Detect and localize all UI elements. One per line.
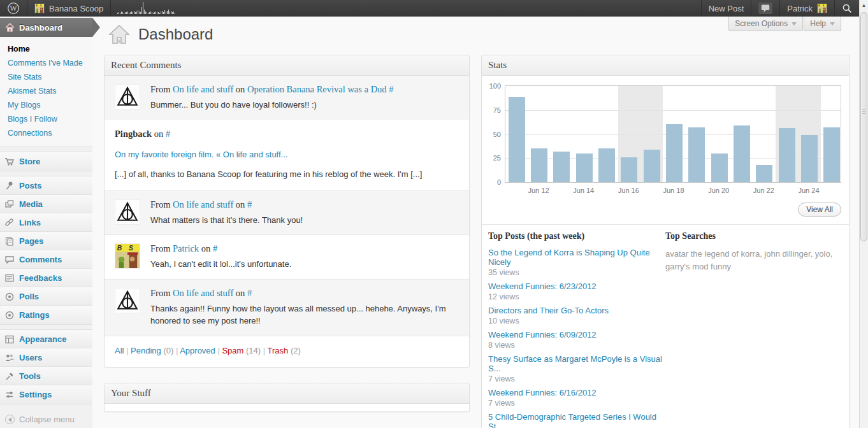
sparkline-bar xyxy=(119,12,119,14)
browser-scrollbar[interactable]: ▲ xyxy=(859,0,868,428)
collapse-menu-label: Collapse menu xyxy=(19,415,75,424)
sidebar-item-posts[interactable]: Posts xyxy=(0,176,92,195)
sidebar-item-polls[interactable]: Polls xyxy=(0,287,92,306)
help-button[interactable]: Help xyxy=(804,17,841,31)
pingback-source-link[interactable]: On my favorite foreign film. « On life a… xyxy=(115,150,459,159)
chart-bar[interactable] xyxy=(576,153,593,182)
y-axis-tick-label: 25 xyxy=(488,154,501,162)
chart-bar[interactable] xyxy=(688,127,705,182)
sidebar-subitem-blogs-i-follow[interactable]: Blogs I Follow xyxy=(8,112,92,126)
sidebar-item-feedbacks[interactable]: Feedbacks xyxy=(0,269,92,287)
comment-author-link[interactable]: On life and stuff xyxy=(173,84,233,94)
top-post-link[interactable]: Directors and Their Go-To Actors xyxy=(488,306,665,315)
sidebar-item-settings[interactable]: Settings xyxy=(0,385,92,404)
comment-post-link[interactable]: Operation Banana Revival was a Dud xyxy=(247,84,387,94)
stats-sparkline[interactable] xyxy=(111,0,182,17)
sidebar-item-appearance[interactable]: Appearance xyxy=(0,330,92,348)
chart-bar[interactable] xyxy=(509,97,525,182)
sidebar-item-comments[interactable]: Comments xyxy=(0,250,92,269)
chart-bar[interactable] xyxy=(823,127,840,182)
top-post-item: Thesy Surface as Margaret McPoyle is a V… xyxy=(488,354,665,383)
link-icon xyxy=(4,217,15,227)
chart-bar[interactable] xyxy=(598,148,615,182)
scroll-up-button[interactable]: ▲ xyxy=(860,0,868,10)
svg-text:B: B xyxy=(117,245,122,252)
sparkline-bar xyxy=(166,11,166,14)
admin-sidebar: Dashboard HomeComments I've MadeSite Sta… xyxy=(0,17,92,428)
chart-bar[interactable] xyxy=(644,150,660,182)
top-post-link[interactable]: Thesy Surface as Margaret McPoyle is a V… xyxy=(488,354,665,373)
user-account-menu[interactable]: Patrick BS xyxy=(779,0,834,17)
top-post-link[interactable]: Weekend Funnies: 6/23/2012 xyxy=(488,282,665,291)
filter-all[interactable]: All xyxy=(115,346,124,355)
sidebar-subitem-site-stats[interactable]: Site Stats xyxy=(8,70,92,84)
top-post-link[interactable]: Weekend Funnies: 6/09/2012 xyxy=(488,330,665,339)
sidebar-item-store[interactable]: Store xyxy=(0,152,92,171)
svg-text:S: S xyxy=(40,4,42,7)
chart-bar[interactable] xyxy=(779,128,795,182)
comment-author-link[interactable]: Patrick xyxy=(173,243,199,253)
my-site-menu[interactable]: BS Banana Scoop xyxy=(27,0,111,17)
sidebar-item-ratings[interactable]: Ratings xyxy=(0,306,92,324)
filter-pending[interactable]: Pending xyxy=(131,346,161,355)
scrollbar-thumb[interactable] xyxy=(860,12,867,241)
sidebar-item-label: Store xyxy=(19,157,40,166)
notifications-button[interactable] xyxy=(751,0,779,17)
sparkline-bar xyxy=(144,10,145,14)
pingback-excerpt: [...] of all, thanks to Banana Scoop for… xyxy=(115,169,459,179)
search-button[interactable] xyxy=(834,0,859,17)
filter-approved[interactable]: Approved xyxy=(180,346,215,355)
sidebar-subitem-comments-i-ve-made[interactable]: Comments I've Made xyxy=(8,56,92,70)
comment-permalink[interactable]: # xyxy=(247,199,252,210)
top-post-views: 35 views xyxy=(488,268,665,277)
sidebar-item-pages[interactable]: Pages xyxy=(0,232,92,250)
comment-author-link[interactable]: On life and stuff xyxy=(173,199,233,210)
sidebar-subitem-my-blogs[interactable]: My Blogs xyxy=(8,98,92,112)
sidebar-item-label: Comments xyxy=(19,255,62,264)
new-post-button[interactable]: New Post xyxy=(701,0,751,17)
comment-permalink[interactable]: # xyxy=(247,288,252,298)
sidebar-item-label: Ratings xyxy=(19,310,50,320)
comment-permalink[interactable]: # xyxy=(389,84,393,94)
chart-bar[interactable] xyxy=(666,124,683,182)
comment-permalink[interactable]: # xyxy=(213,243,217,253)
sidebar-subitem-akismet-stats[interactable]: Akismet Stats xyxy=(8,84,92,98)
chart-bar[interactable] xyxy=(756,165,772,182)
sidebar-item-label: Feedbacks xyxy=(19,273,62,283)
collapse-menu-button[interactable]: Collapse menu xyxy=(0,415,92,424)
chart-bar[interactable] xyxy=(531,148,547,182)
filter-count: (0) xyxy=(161,346,174,355)
pushpin-icon xyxy=(4,180,15,190)
sidebar-item-media[interactable]: Media xyxy=(0,195,92,213)
chart-bar[interactable] xyxy=(621,157,637,182)
chart-bar[interactable] xyxy=(801,135,818,182)
sidebar-subitem-home[interactable]: Home xyxy=(8,42,92,56)
screen-options-button[interactable]: Screen Options xyxy=(728,17,803,31)
sparkline-bar xyxy=(164,10,165,14)
active-item-arrow xyxy=(92,18,100,37)
wordpress-logo-icon[interactable]: W xyxy=(0,0,27,17)
sparkline-bar xyxy=(168,10,169,14)
pingback-post-link[interactable]: # xyxy=(166,129,170,139)
top-posts-title: Top Posts (the past week) xyxy=(488,231,665,241)
top-posts-list: So the Legend of Korra is Shaping Up Qui… xyxy=(488,248,665,428)
comment-author-link[interactable]: On life and stuff xyxy=(173,288,233,298)
chart-bar[interactable] xyxy=(711,153,728,182)
top-post-item: Weekend Funnies: 6/23/201212 views xyxy=(488,282,665,301)
view-all-button[interactable]: View All xyxy=(798,203,841,217)
sidebar-item-links[interactable]: Links xyxy=(0,213,92,232)
sparkline-bar xyxy=(154,12,155,14)
sidebar-subitem-connections[interactable]: Connections xyxy=(8,126,92,140)
sidebar-item-users[interactable]: Users xyxy=(0,348,92,367)
top-post-link[interactable]: Weekend Funnies: 6/16/2012 xyxy=(488,388,665,397)
top-post-link[interactable]: 5 Child-Demographic Targeted Series I Wo… xyxy=(488,412,665,428)
sidebar-item-tools[interactable]: Tools xyxy=(0,367,92,385)
filter-spam[interactable]: Spam xyxy=(222,346,243,355)
filter-trash[interactable]: Trash xyxy=(268,346,289,355)
chart-bar[interactable] xyxy=(553,152,570,182)
dashboard-submenu: HomeComments I've MadeSite StatsAkismet … xyxy=(0,37,92,147)
chart-bar[interactable] xyxy=(734,125,750,182)
ratings-icon xyxy=(4,310,15,320)
top-post-link[interactable]: So the Legend of Korra is Shaping Up Qui… xyxy=(488,248,665,267)
sidebar-item-dashboard[interactable]: Dashboard xyxy=(0,18,92,37)
